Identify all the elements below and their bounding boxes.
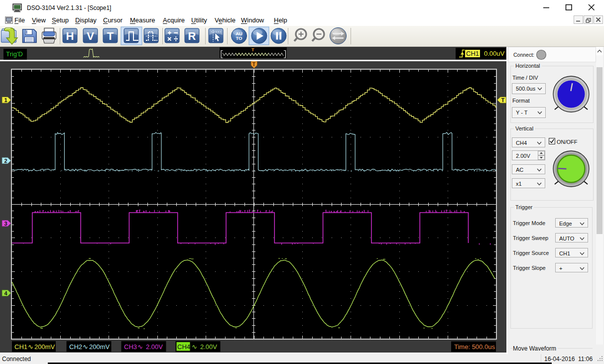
- svg-text:∿: ∿: [137, 343, 143, 350]
- svg-text:CH3: CH3: [124, 343, 137, 350]
- svg-text:4: 4: [4, 290, 8, 296]
- svg-text:Time: 500.0us: Time: 500.0us: [454, 343, 495, 350]
- svg-text:3: 3: [4, 220, 7, 226]
- svg-text:CH1: CH1: [14, 343, 27, 350]
- svg-text:CH4: CH4: [177, 343, 190, 350]
- svg-text:T: T: [107, 30, 114, 42]
- svg-text:200mV: 200mV: [34, 343, 55, 350]
- svg-text:∿: ∿: [83, 343, 88, 350]
- svg-text:T: T: [252, 61, 255, 67]
- svg-text:2: 2: [4, 157, 7, 163]
- svg-text:TO: TO: [236, 35, 242, 41]
- svg-text:R: R: [188, 30, 196, 42]
- svg-text:T: T: [501, 97, 505, 103]
- svg-text:∿: ∿: [28, 343, 33, 350]
- svg-text:H: H: [66, 30, 74, 42]
- svg-text:2.00V: 2.00V: [146, 343, 163, 350]
- svg-text:T: T: [251, 47, 254, 52]
- svg-text:CH2: CH2: [69, 343, 82, 350]
- svg-text:200mV: 200mV: [89, 343, 110, 350]
- svg-text:2.00V: 2.00V: [200, 343, 217, 350]
- svg-text:V: V: [87, 30, 94, 42]
- svg-text:1: 1: [4, 97, 7, 103]
- svg-text:∿: ∿: [192, 343, 197, 350]
